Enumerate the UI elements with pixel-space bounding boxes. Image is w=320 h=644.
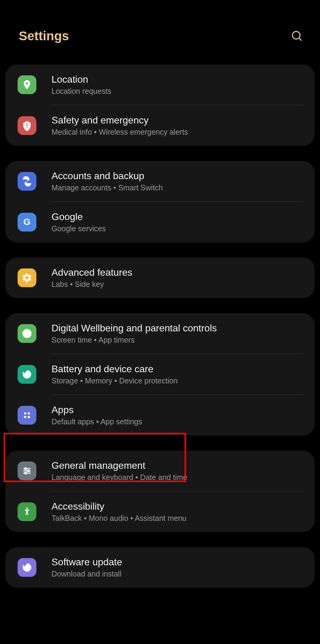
settings-group: Advanced featuresLabs • Side key	[5, 258, 315, 298]
item-title: Accounts and backup	[52, 170, 302, 182]
svg-point-0	[292, 31, 300, 39]
page-title: Settings	[19, 29, 69, 43]
item-subtitle: Google services	[52, 224, 302, 233]
settings-item-general[interactable]: General managementLanguage and keyboard …	[5, 451, 315, 491]
item-title: Software update	[52, 557, 302, 568]
item-title: Location	[52, 74, 302, 85]
item-subtitle: Labs • Side key	[52, 280, 302, 289]
svg-point-6	[24, 416, 26, 418]
settings-item-safety[interactable]: Safety and emergencyMedical info • Wirel…	[5, 105, 315, 146]
svg-point-11	[28, 470, 29, 472]
item-subtitle: Screen time • App timers	[52, 336, 302, 344]
location-icon	[18, 75, 36, 94]
item-content: Software updateDownload and install	[52, 557, 302, 578]
settings-item-accessibility[interactable]: AccessibilityTalkBack • Mono audio • Ass…	[5, 491, 315, 532]
settings-group: Accounts and backupManage accounts • Sma…	[5, 161, 315, 242]
settings-item-software[interactable]: Software updateDownload and install	[5, 547, 315, 588]
item-title: Battery and device care	[52, 363, 302, 375]
svg-point-4	[24, 412, 26, 415]
item-subtitle: Medical info • Wireless emergency alerts	[52, 128, 302, 136]
item-content: AppsDefault apps • App settings	[52, 404, 302, 426]
item-title: Apps	[52, 404, 302, 416]
general-icon	[18, 462, 36, 480]
accounts-icon	[18, 172, 36, 191]
item-title: Safety and emergency	[52, 115, 302, 126]
battery-icon	[18, 365, 36, 384]
item-title: Accessibility	[52, 501, 302, 512]
item-subtitle: Language and keyboard • Date and time	[52, 473, 302, 482]
safety-icon	[18, 116, 36, 135]
item-subtitle: Default apps • App settings	[52, 417, 302, 426]
settings-item-wellbeing[interactable]: Digital Wellbeing and parental controlsS…	[5, 313, 315, 354]
svg-point-13	[25, 472, 27, 474]
settings-item-location[interactable]: LocationLocation requests	[5, 64, 315, 105]
settings-group: General managementLanguage and keyboard …	[5, 451, 315, 532]
svg-point-5	[28, 412, 30, 415]
item-subtitle: TalkBack • Mono audio • Assistant menu	[52, 514, 302, 523]
settings-item-accounts[interactable]: Accounts and backupManage accounts • Sma…	[5, 161, 315, 202]
item-content: Accounts and backupManage accounts • Sma…	[52, 170, 302, 192]
item-content: Safety and emergencyMedical info • Wirel…	[52, 115, 302, 136]
item-subtitle: Storage • Memory • Device protection	[52, 376, 302, 385]
settings-item-google[interactable]: GGoogleGoogle services	[5, 202, 315, 242]
search-icon[interactable]	[291, 30, 303, 42]
settings-group: Digital Wellbeing and parental controlsS…	[5, 313, 315, 435]
settings-item-advanced[interactable]: Advanced featuresLabs • Side key	[5, 258, 315, 298]
item-title: General management	[52, 460, 302, 471]
item-content: Digital Wellbeing and parental controlsS…	[52, 323, 302, 344]
svg-line-1	[299, 38, 302, 41]
settings-item-apps[interactable]: AppsDefault apps • App settings	[5, 395, 315, 435]
item-title: Advanced features	[52, 267, 302, 278]
item-content: General managementLanguage and keyboard …	[52, 460, 302, 482]
svg-point-9	[25, 468, 27, 470]
software-icon	[18, 558, 36, 577]
svg-point-14	[26, 508, 28, 510]
wellbeing-icon	[18, 324, 36, 343]
settings-group: Software updateDownload and install	[5, 547, 315, 588]
item-title: Google	[52, 211, 302, 222]
apps-icon	[18, 406, 36, 425]
settings-item-battery[interactable]: Battery and device careStorage • Memory …	[5, 354, 315, 395]
item-content: Advanced featuresLabs • Side key	[52, 267, 302, 289]
item-content: Battery and device careStorage • Memory …	[52, 363, 302, 385]
svg-point-7	[28, 416, 30, 418]
settings-group: LocationLocation requestsSafety and emer…	[5, 64, 315, 146]
settings-header: Settings	[0, 0, 320, 64]
item-content: AccessibilityTalkBack • Mono audio • Ass…	[52, 501, 302, 523]
item-content: GoogleGoogle services	[52, 211, 302, 233]
item-subtitle: Download and install	[52, 570, 302, 578]
accessibility-icon	[18, 502, 36, 521]
advanced-icon	[18, 268, 36, 287]
svg-text:G: G	[23, 217, 30, 227]
item-subtitle: Location requests	[52, 87, 302, 96]
item-subtitle: Manage accounts • Smart Switch	[52, 183, 302, 192]
item-content: LocationLocation requests	[52, 74, 302, 96]
google-icon: G	[18, 213, 36, 232]
item-title: Digital Wellbeing and parental controls	[52, 323, 302, 334]
